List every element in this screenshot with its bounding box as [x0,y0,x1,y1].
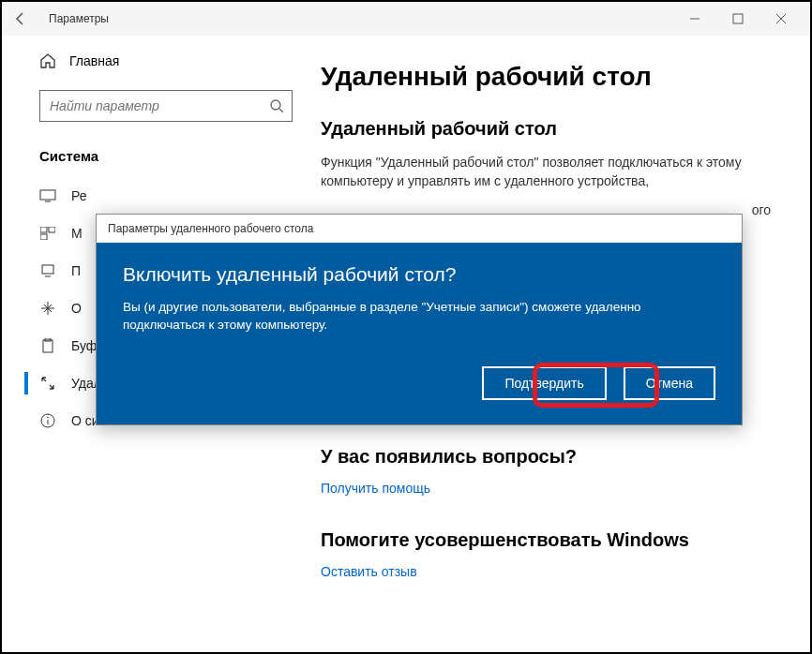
home-nav[interactable]: Главная [39,52,309,69]
search-input[interactable] [39,90,293,122]
svg-rect-12 [43,340,53,352]
description-text: Функция "Удаленный рабочий стол" позволя… [321,153,780,191]
shared-icon [39,301,56,316]
monitor-icon [39,189,56,202]
section-heading: Система [39,148,309,164]
svg-point-16 [47,417,49,419]
window-title: Параметры [49,12,109,25]
multitask-icon [39,227,56,240]
svg-rect-1 [733,14,743,23]
help-link[interactable]: Получить помощь [321,481,780,496]
svg-rect-11 [42,265,53,274]
dialog-body-text: Вы (и другие пользователи, выбранные в р… [123,299,715,334]
home-label: Главная [69,53,119,68]
improve-heading: Помогите усовершенствовать Windows [321,529,780,551]
dialog-title: Параметры удаленного рабочего стола [97,215,742,243]
nav-label: О [71,301,82,316]
search-field[interactable] [50,98,269,113]
svg-rect-10 [40,234,47,240]
projection-icon [39,263,56,278]
maximize-button[interactable] [716,4,759,34]
confirm-dialog: Параметры удаленного рабочего стола Вклю… [96,214,743,425]
confirm-button[interactable]: Подтвердить [482,366,606,400]
section-title: Удаленный рабочий стол [321,118,780,140]
clipboard-icon [39,338,56,353]
feedback-link[interactable]: Оставить отзыв [321,564,780,579]
dialog-heading: Включить удаленный рабочий стол? [123,263,715,286]
questions-heading: У вас появились вопросы? [321,446,780,468]
back-button[interactable] [9,7,32,30]
nav-label: Ре [71,188,87,203]
svg-line-5 [279,109,283,112]
titlebar: Параметры [2,2,810,36]
svg-rect-9 [49,227,55,232]
svg-rect-6 [40,190,55,200]
remote-icon [39,376,56,391]
page-title: Удаленный рабочий стол [321,62,780,92]
svg-point-4 [271,100,280,110]
minimize-button[interactable] [673,4,716,34]
close-button[interactable] [759,4,803,34]
info-icon [39,413,56,428]
home-icon [39,52,56,69]
nav-item-resolution[interactable]: Ре [2,177,309,215]
svg-rect-8 [40,227,47,232]
nav-label: П [71,263,81,278]
nav-label: М [71,226,83,241]
cancel-button[interactable]: Отмена [624,366,715,400]
search-icon [269,98,284,113]
